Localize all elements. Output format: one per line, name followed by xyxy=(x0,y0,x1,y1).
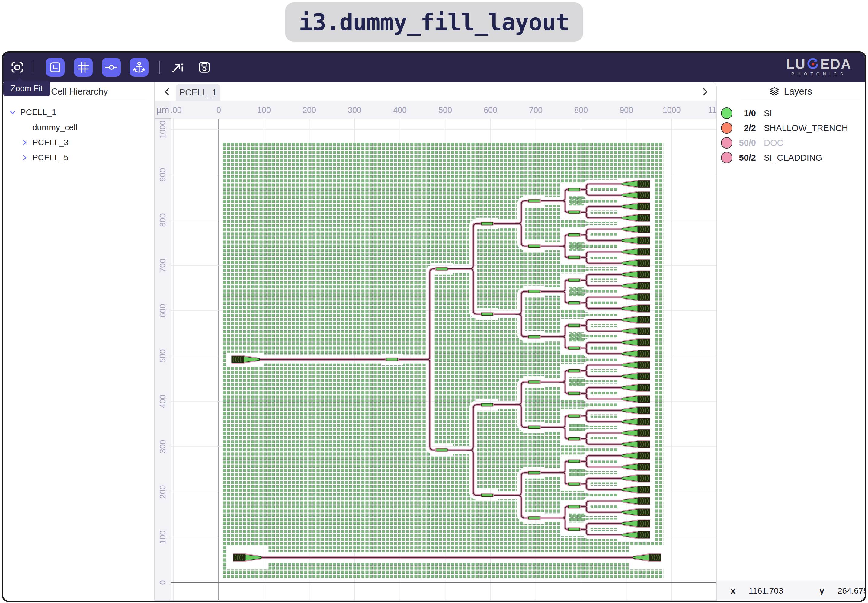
layer-gds-number: 1/0 xyxy=(735,108,756,118)
gds-layout-drawing xyxy=(171,119,717,600)
cell-hierarchy-panel: Cell Hierarchy PCELL_1dummy_cell PCELL_3… xyxy=(3,82,154,601)
layout-view-panel: PCELL_1 µm -1000100200300400500600700800… xyxy=(154,82,717,601)
layer-name: SHALLOW_TRENCH xyxy=(764,123,848,133)
ruler-tick-y: 200 xyxy=(158,485,168,498)
chevron-right-icon[interactable] xyxy=(21,139,29,147)
ruler-tick-y: 0 xyxy=(158,580,168,584)
layer-color-swatch[interactable] xyxy=(721,108,732,119)
status-y-value: 264.675 xyxy=(837,586,866,596)
tabs-scroll-right-icon[interactable] xyxy=(700,87,710,97)
layer-color-swatch[interactable] xyxy=(721,152,732,163)
tree-item-dummy_cell[interactable]: dummy_cell xyxy=(21,121,77,134)
layer-name: SI_CLADDING xyxy=(764,153,822,163)
tree-item-pcell_5[interactable]: PCELL_5 xyxy=(21,151,68,164)
layer-name: DOC xyxy=(764,138,783,148)
layer-gds-number: 50/2 xyxy=(735,153,756,163)
ruler-tick-x: 0 xyxy=(216,106,221,115)
tree-item-label: dummy_cell xyxy=(32,122,77,132)
ruler-tick-x: 200 xyxy=(303,106,316,115)
zoom-fit-icon xyxy=(10,60,24,74)
ruler-tick-y: 500 xyxy=(158,349,168,363)
ruler-tick-x: 700 xyxy=(529,106,542,115)
ruler-tick-y: 800 xyxy=(158,213,168,227)
tree-item-pcell_3[interactable]: PCELL_3 xyxy=(21,136,68,149)
tree-item-pcell_1[interactable]: PCELL_1 xyxy=(9,106,56,119)
ruler-tick-y: 400 xyxy=(158,394,168,408)
chevron-right-icon[interactable] xyxy=(21,154,29,162)
save-button[interactable] xyxy=(197,60,212,74)
tree-item-label: PCELL_1 xyxy=(20,108,56,117)
grid-button[interactable] xyxy=(74,58,93,77)
app-window: LU EDA PHOTONICS xyxy=(2,51,866,602)
divider xyxy=(741,101,860,102)
layer-gds-number: 2/2 xyxy=(735,123,756,133)
layers-header: Layers xyxy=(717,82,865,101)
horizontal-ruler: -100010020030040050060070080090010001100 xyxy=(171,101,717,119)
ruler-tick-y: 900 xyxy=(158,168,168,181)
ruler-tick-x: 500 xyxy=(439,106,452,115)
layer-row-si[interactable]: 1/0SI xyxy=(717,106,865,121)
ruler-tick-y: 1000 xyxy=(158,121,168,139)
zoom-fit-button[interactable] xyxy=(10,60,25,74)
layer-name: SI xyxy=(764,108,772,118)
layers-icon xyxy=(769,87,780,97)
cursor-status-bar: x 1161.703 y 264.675 xyxy=(717,581,865,601)
ruler-tick-x: -100 xyxy=(171,106,182,115)
ruler-tick-x: 1000 xyxy=(663,106,681,115)
ruler-tick-x: 600 xyxy=(483,106,497,115)
status-x-value: 1161.703 xyxy=(749,586,783,596)
ruler-tick-x: 400 xyxy=(393,106,407,115)
tree-item-label: PCELL_3 xyxy=(32,138,68,147)
ruler-tick-x: 800 xyxy=(574,106,588,115)
cell-outline-icon xyxy=(49,61,62,74)
status-x-label: x xyxy=(731,586,735,596)
ruler-unit: µm xyxy=(154,101,171,119)
save-icon xyxy=(198,61,211,74)
chevron-down-icon[interactable] xyxy=(9,108,17,116)
ruler-tick-x: 1100 xyxy=(708,106,717,115)
export-button[interactable] xyxy=(170,60,184,74)
layer-color-swatch[interactable] xyxy=(721,137,732,148)
divider xyxy=(52,101,145,102)
cell-outline-button[interactable] xyxy=(46,58,65,77)
layer-row-shallow_trench[interactable]: 2/2SHALLOW_TRENCH xyxy=(717,121,865,135)
grid-icon xyxy=(77,61,90,74)
tree-item-label: PCELL_5 xyxy=(32,153,68,162)
ruler-tick-x: 300 xyxy=(348,106,361,115)
cell-hierarchy-header: Cell Hierarchy xyxy=(51,82,108,101)
layers-panel: Layers 1/0SI2/2SHALLOW_TRENCH50/0DOC50/2… xyxy=(717,82,865,601)
ports-icon xyxy=(105,61,118,74)
layer-row-si_cladding[interactable]: 50/2SI_CLADDING xyxy=(717,150,865,165)
luceda-logo: LU EDA PHOTONICS xyxy=(780,57,858,76)
zoom-fit-tooltip: Zoom Fit xyxy=(3,80,50,96)
toolbar: LU EDA PHOTONICS xyxy=(3,53,865,82)
ruler-tick-y: 600 xyxy=(158,304,168,317)
status-y-label: y xyxy=(819,586,824,596)
toolbar-separator xyxy=(32,61,33,74)
brand-c-icon xyxy=(806,57,820,71)
tab-bar: PCELL_1 xyxy=(154,82,717,101)
toolbar-separator xyxy=(159,61,160,74)
ruler-tick-y: 700 xyxy=(158,258,168,272)
ruler-tick-y: 100 xyxy=(158,530,168,544)
brand-text-left: LU xyxy=(786,57,806,71)
tab-pcell-1[interactable]: PCELL_1 xyxy=(176,84,220,101)
ruler-tick-y: 300 xyxy=(158,440,168,453)
layer-row-doc[interactable]: 50/0DOC xyxy=(717,136,865,150)
brand-subtitle: PHOTONICS xyxy=(780,71,858,76)
ruler-tick-x: 900 xyxy=(619,106,633,115)
brand-text-right: EDA xyxy=(820,57,851,71)
export-icon xyxy=(170,60,184,74)
anchor-button[interactable] xyxy=(130,58,148,77)
vertical-ruler: 01002003004005006007008009001000 xyxy=(154,119,171,600)
layer-color-swatch[interactable] xyxy=(721,122,732,134)
tabs-scroll-left-icon[interactable] xyxy=(162,87,172,97)
layers-title: Layers xyxy=(784,86,812,97)
layer-gds-number: 50/0 xyxy=(735,138,756,148)
page-title: i3.dummy_fill_layout xyxy=(285,2,583,42)
anchor-icon xyxy=(132,60,146,74)
ruler-tick-x: 100 xyxy=(257,106,271,115)
tooltip-caret xyxy=(16,77,23,81)
ports-button[interactable] xyxy=(102,58,121,77)
layout-canvas[interactable] xyxy=(171,119,717,600)
